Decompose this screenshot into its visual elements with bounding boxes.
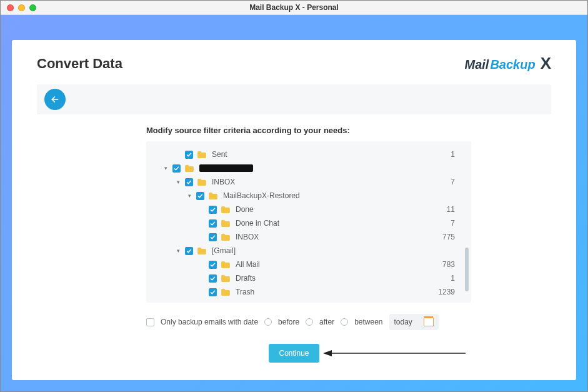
- tree-row[interactable]: INBOX775: [156, 230, 467, 244]
- only-backup-checkbox[interactable]: [146, 318, 154, 326]
- scrollbar-track[interactable]: [465, 148, 469, 296]
- logo-text-x: X: [541, 54, 551, 73]
- tree-row[interactable]: All Mail783: [156, 258, 467, 271]
- folder-label: Done in Chat: [236, 219, 279, 228]
- date-picker[interactable]: today: [389, 314, 439, 330]
- after-label: after: [319, 318, 334, 326]
- folder-checkbox[interactable]: [185, 178, 193, 186]
- logo-text-backup: Backup: [490, 58, 535, 72]
- folder-checkbox[interactable]: [209, 219, 217, 228]
- traffic-lights: [7, 4, 36, 11]
- svg-marker-2: [323, 350, 332, 356]
- tree-row[interactable]: ▾MailBackupX-Restored: [156, 189, 467, 203]
- folder-count: 11: [447, 205, 455, 214]
- folder-count: 7: [451, 178, 455, 186]
- folder-count: 783: [442, 260, 455, 269]
- between-label: between: [354, 318, 382, 326]
- folder-checkbox[interactable]: [185, 247, 193, 255]
- folder-label: INBOX: [236, 233, 259, 241]
- tree-row[interactable]: ▾INBOX7: [156, 175, 467, 189]
- folder-icon: [197, 247, 207, 255]
- folder-checkbox[interactable]: [209, 274, 217, 283]
- calendar-icon: [424, 318, 434, 326]
- folder-count: 1: [451, 274, 455, 283]
- expander-icon[interactable]: ▾: [186, 193, 192, 199]
- folder-count: 7: [451, 219, 455, 228]
- expander-icon[interactable]: ▾: [175, 248, 181, 254]
- titlebar: Mail Backup X - Personal: [1, 1, 587, 15]
- tree-row[interactable]: Drafts1: [156, 271, 467, 285]
- folder-icon: [221, 274, 231, 283]
- folder-label: Done: [236, 205, 254, 214]
- tree-row[interactable]: Sent1: [156, 148, 467, 161]
- date-value: today: [394, 318, 412, 326]
- folder-label: [Gmail]: [212, 246, 236, 255]
- tree-row[interactable]: ▾: [156, 161, 467, 175]
- close-window-button[interactable]: [7, 4, 14, 11]
- folder-label: Trash: [236, 288, 254, 296]
- folder-checkbox[interactable]: [209, 288, 217, 296]
- window-title: Mail Backup X - Personal: [1, 3, 587, 12]
- main-card: Convert Data MailBackup X Modify source …: [12, 40, 576, 380]
- folder-icon: [197, 178, 207, 186]
- between-radio[interactable]: [341, 318, 348, 326]
- minimize-window-button[interactable]: [18, 4, 25, 11]
- folder-icon: [184, 164, 194, 173]
- tree-row[interactable]: Done in Chat7: [156, 216, 467, 230]
- arrow-left-icon: [50, 94, 60, 104]
- continue-row: Continue: [37, 344, 551, 363]
- gradient-background: Convert Data MailBackup X Modify source …: [1, 15, 587, 391]
- folder-checkbox[interactable]: [185, 151, 193, 159]
- folder-label: Drafts: [236, 274, 256, 283]
- page-title: Convert Data: [37, 56, 122, 72]
- folder-label: MailBackupX-Restored: [223, 191, 300, 200]
- tree-row[interactable]: ▾[Gmail]: [156, 244, 467, 258]
- folder-label: INBOX: [212, 178, 235, 186]
- expander-icon[interactable]: ▾: [175, 179, 181, 185]
- before-radio[interactable]: [264, 318, 272, 326]
- folder-icon: [221, 219, 231, 228]
- instructions-text: Modify source filter criteria according …: [146, 126, 551, 135]
- folder-icon: [221, 261, 231, 269]
- expander-icon[interactable]: ▾: [162, 165, 169, 171]
- folder-icon: [221, 288, 231, 296]
- maximize-window-button[interactable]: [29, 4, 36, 11]
- tree-row[interactable]: Done11: [156, 203, 467, 216]
- folder-checkbox[interactable]: [209, 206, 217, 214]
- annotation-arrow-icon: [323, 348, 467, 358]
- back-button[interactable]: [44, 89, 66, 110]
- folder-icon: [208, 192, 218, 200]
- folder-label: Sent: [212, 150, 227, 159]
- folder-checkbox[interactable]: [209, 233, 217, 241]
- logo-text-mail: Mail: [465, 58, 489, 72]
- folder-checkbox[interactable]: [196, 192, 204, 200]
- before-label: before: [278, 318, 299, 326]
- folder-checkbox[interactable]: [209, 261, 217, 269]
- date-filter-row: Only backup emails with date before afte…: [146, 314, 471, 330]
- continue-button[interactable]: Continue: [269, 344, 319, 363]
- folder-icon: [221, 233, 231, 241]
- folder-count: 1: [451, 150, 455, 159]
- folder-label: All Mail: [236, 260, 260, 269]
- redacted-label: [199, 164, 253, 172]
- folder-icon: [197, 151, 207, 159]
- app-window: Mail Backup X - Personal Convert Data Ma…: [0, 0, 588, 392]
- back-bar: [37, 84, 551, 114]
- folder-count: 775: [442, 233, 455, 241]
- scrollbar-thumb[interactable]: [465, 248, 469, 291]
- after-radio[interactable]: [306, 318, 313, 326]
- folder-checkbox[interactable]: [172, 164, 181, 173]
- tree-row[interactable]: Trash1239: [156, 285, 467, 296]
- app-logo: MailBackup X: [465, 54, 552, 73]
- folder-tree: Sent1▾▾INBOX7▾MailBackupX-RestoredDone11…: [156, 148, 467, 296]
- folder-tree-panel: Sent1▾▾INBOX7▾MailBackupX-RestoredDone11…: [146, 141, 471, 303]
- only-backup-label: Only backup emails with date: [161, 318, 258, 326]
- folder-count: 1239: [438, 288, 455, 296]
- header-row: Convert Data MailBackup X: [37, 54, 551, 73]
- folder-icon: [221, 206, 231, 214]
